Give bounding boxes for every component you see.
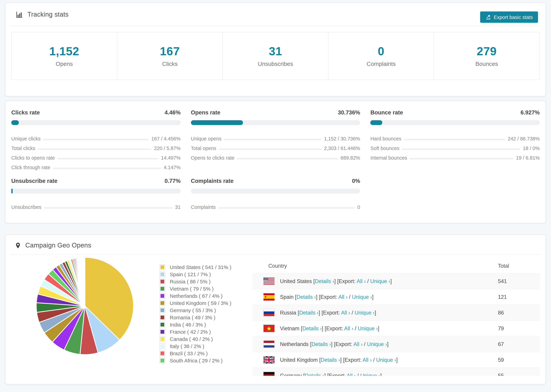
country-cell-content: United States [Details ›] [Export: All ›… [253,278,498,285]
country-cell-content: Russia [Details ›] [Export: All › / Uniq… [253,309,498,316]
geo-title: Campaign Geo Opens [25,241,91,250]
legend-label: Netherlands ( 67 / 4% ) [170,293,223,299]
export-all-link[interactable]: All › [347,373,356,376]
geo-pie-chart[interactable] [35,256,135,356]
flag-nl-icon [263,341,275,348]
divider [11,26,540,26]
legend-item[interactable]: Netherlands ( 67 / 4% ) [160,292,231,300]
details-link[interactable]: Details › [297,294,316,300]
country-total: 86 [498,305,540,321]
country-row-text: United States [Details ›] [Export: All ›… [280,278,392,284]
stat-value: 279 [477,44,497,58]
details-link[interactable]: Details › [302,325,322,331]
legend-item[interactable]: Brazil ( 33 / 2% ) [160,350,231,357]
legend-item[interactable]: Canada ( 40 / 2% ) [160,335,231,343]
bar-chart-icon [16,11,23,18]
rate-title: Complaints rate [191,178,233,184]
legend-item[interactable]: United Kingdom ( 59 / 3% ) [160,300,231,307]
details-link[interactable]: Details › [315,278,334,284]
export-unique-link[interactable]: Unique › [370,278,390,284]
export-unique-link[interactable]: Unique › [358,325,378,331]
country-cell-content: Germany [Details ›] [Export: All › / Uni… [253,372,498,376]
dotted-leader [404,139,505,140]
export-unique-link[interactable]: Unique › [367,341,387,347]
dotted-leader [218,208,354,208]
legend-item[interactable]: South Africa ( 29 / 2% ) [160,357,231,364]
legend-item[interactable]: Romania ( 49 / 3% ) [160,314,231,321]
rate-stat-label: Unique opens [191,136,221,141]
dotted-leader [53,168,161,168]
export-all-link[interactable]: All › [344,325,353,331]
legend-item[interactable]: Germany ( 55 / 3% ) [160,307,231,314]
rate-stat-label: Total clicks [11,146,35,151]
dotted-leader [38,149,151,149]
stat-label: Bounces [475,61,498,67]
tracking-stats-card: Tracking stats Export basic stats 1,152O… [5,3,546,96]
legend-swatch [160,336,165,342]
details-link[interactable]: Details › [321,357,340,363]
table-row: Netherlands [Details ›] [Export: All › /… [253,336,540,352]
legend-item[interactable]: Italy ( 36 / 2% ) [160,343,231,350]
legend-label: Canada ( 40 / 2% ) [170,336,213,342]
rate-stat-value: 19 / 6.81% [516,155,540,161]
rate-title: Clicks rate [11,109,40,116]
rate-stat-row: Hard bounces242 / 86.738% [370,132,540,141]
stat-cell: 31Unsubscribes [222,32,328,79]
export-all-link[interactable]: All › [353,341,362,347]
legend-item[interactable]: India ( 46 / 3% ) [160,321,231,328]
dotted-leader [43,139,149,140]
rate-stat-label: Opens to clicks rate [191,155,234,161]
progress-track [191,120,360,125]
stat-label: Unsubscribes [258,61,293,67]
progress-track [11,189,181,193]
rate-stat-label: Clicks to opens rate [11,155,55,161]
legend-item[interactable]: France ( 42 / 2% ) [160,328,231,335]
export-all-link[interactable]: All › [338,294,347,300]
rate-stat-label: Click through rate [11,165,50,170]
details-link[interactable]: Details › [299,309,319,315]
legend-label: United Kingdom ( 59 / 3% ) [170,300,231,306]
legend-swatch [160,271,165,277]
legend-swatch [160,293,165,299]
details-link[interactable]: Details › [305,373,324,376]
export-basic-stats-button[interactable]: Export basic stats [480,11,538,23]
legend-item[interactable]: United States ( 541 / 31% ) [160,264,231,271]
rate-stat-row: Internal bounces19 / 6.81% [370,151,540,161]
export-unique-link[interactable]: Unique › [360,373,380,376]
map-pin-icon [15,241,21,249]
rate-stat-label: Total opens [191,146,216,151]
rate-stat-value: 0 [357,204,360,210]
rate-stat-row: Soft bounces18 / 0% [370,141,540,151]
legend-label: Germany ( 55 / 3% ) [170,307,216,313]
legend-label: Italy ( 36 / 2% ) [170,343,204,349]
rate-stat-label: Unique clicks [11,136,41,141]
stat-value: 1,152 [49,44,79,58]
details-link[interactable]: Details › [312,341,331,347]
tracking-card-header: Tracking stats Export basic stats [6,3,545,26]
export-unique-link[interactable]: Unique › [376,357,396,363]
legend-item[interactable]: Vietnam ( 79 / 5% ) [160,285,231,292]
stat-value: 0 [378,44,384,58]
export-all-link[interactable]: All › [341,309,350,315]
export-unique-link[interactable]: Unique › [352,294,372,300]
dotted-leader [219,149,321,149]
rate-header: Opens rate30.736% [191,109,360,116]
legend-swatch [160,279,165,284]
export-all-link[interactable]: All › [357,278,366,284]
flag-vn-icon [263,325,275,332]
export-unique-link[interactable]: Unique › [354,309,374,315]
rate-stat-value: 167 / 4.456% [151,136,181,141]
stat-cell: 279Bounces [434,32,539,79]
legend-swatch [160,307,165,313]
stat-label: Clicks [162,61,178,67]
legend-swatch [160,329,165,335]
dotted-leader [402,149,520,149]
rate-value: 6.927% [521,109,540,116]
rate-stat-value: 1,152 / 30.736% [324,136,360,141]
progress-track [11,120,181,125]
export-all-link[interactable]: All › [363,357,372,363]
legend-item[interactable]: Spain ( 121 / 7% ) [160,271,231,278]
rate-value: 30.736% [338,109,360,116]
legend-item[interactable]: Russia ( 86 / 5% ) [160,278,231,285]
legend-label: Brazil ( 33 / 2% ) [170,350,208,356]
